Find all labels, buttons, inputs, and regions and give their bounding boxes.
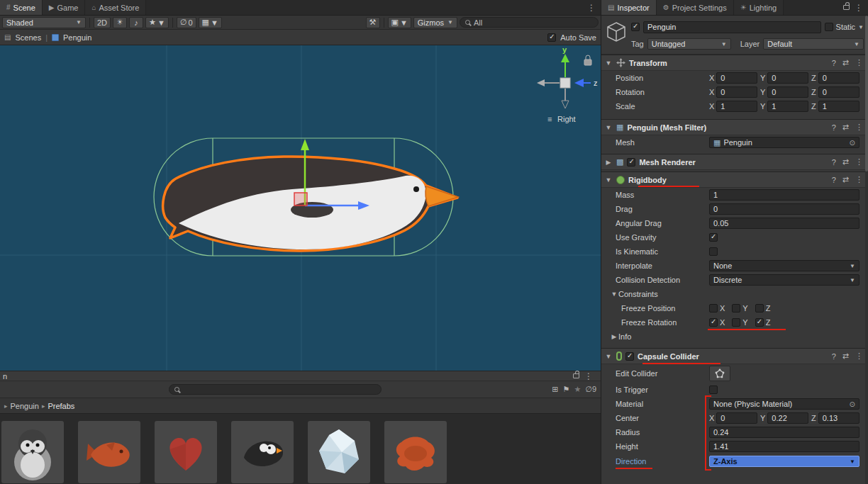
presets-icon[interactable]: ⇄ xyxy=(842,123,849,132)
use-gravity-checkbox[interactable] xyxy=(709,233,718,242)
info-foldout[interactable]: ▶ Info xyxy=(601,330,868,344)
inspector-lock-icon[interactable] xyxy=(843,5,850,10)
capsule-collider-header[interactable]: ▼ Capsule Collider ? ⇄ ⋮ xyxy=(601,349,868,364)
project-panel-menu-icon[interactable]: ⋮ xyxy=(579,371,598,381)
center-y-field[interactable]: 0.22 xyxy=(767,412,808,424)
tab-scene[interactable]: # Scene xyxy=(0,0,43,15)
freeze-position-z-checkbox[interactable] xyxy=(755,304,764,313)
position-y-field[interactable]: 0 xyxy=(767,72,808,84)
scene-lighting-toggle[interactable]: ☀ xyxy=(113,17,127,28)
asset-thumb-ice[interactable] xyxy=(308,421,370,483)
tab-inspector[interactable]: ▤ Inspector xyxy=(601,0,657,15)
is-trigger-checkbox[interactable] xyxy=(709,385,718,394)
edit-collider-button[interactable] xyxy=(709,366,730,381)
center-x-field[interactable]: 0 xyxy=(716,412,757,424)
asset-thumb-heart[interactable] xyxy=(155,421,217,483)
foldout-icon[interactable]: ▼ xyxy=(604,176,613,184)
tab-game[interactable]: ▶ Game xyxy=(43,0,86,15)
lock-icon[interactable] xyxy=(573,373,579,378)
orientation-gizmo[interactable]: y z ≡ Right xyxy=(537,45,598,123)
scene-panel-menu-icon[interactable]: ⋮ xyxy=(582,0,601,15)
static-dropdown[interactable]: Static ▼ xyxy=(825,23,864,31)
scale-x-field[interactable]: 1 xyxy=(716,101,757,112)
component-menu-icon[interactable]: ⋮ xyxy=(855,175,863,184)
scene-viewport[interactable]: y z ≡ Right xyxy=(0,45,601,371)
orientation-y-arrow[interactable] xyxy=(561,54,569,62)
orientation-z-arrow[interactable] xyxy=(574,79,584,87)
rotation-z-field[interactable]: 0 xyxy=(818,86,859,98)
collision-detection-dropdown[interactable]: Discrete▼ xyxy=(709,274,859,286)
breadcrumb-root[interactable]: Penguin xyxy=(11,402,39,410)
orientation-label[interactable]: Right xyxy=(557,115,576,123)
tab-lighting[interactable]: ☀ Lighting xyxy=(734,0,784,15)
help-icon[interactable]: ? xyxy=(832,59,836,67)
rotation-y-field[interactable]: 0 xyxy=(767,86,808,98)
shading-mode-dropdown[interactable]: Shaded▼ xyxy=(2,17,86,28)
asset-thumb-baby-penguin[interactable] xyxy=(1,421,64,483)
scale-z-field[interactable]: 1 xyxy=(818,101,859,112)
hidden-count-badge[interactable]: ∅9 xyxy=(585,385,596,394)
component-menu-icon[interactable]: ⋮ xyxy=(855,123,863,132)
height-field[interactable]: 1.41 xyxy=(709,441,859,452)
scale-y-field[interactable]: 1 xyxy=(767,101,808,112)
foldout-icon[interactable]: ▼ xyxy=(604,353,613,360)
layer-dropdown[interactable]: Default▼ xyxy=(763,38,864,50)
open-scene-name[interactable]: Penguin xyxy=(63,33,91,42)
gameobject-name-field[interactable]: Penguin xyxy=(643,21,821,33)
gizmos-dropdown[interactable]: Gizmos▼ xyxy=(413,17,457,28)
foldout-icon[interactable]: ▶ xyxy=(604,159,613,166)
object-picker-icon[interactable]: ⊙ xyxy=(850,400,855,408)
direction-dropdown[interactable]: Z-Axis▼ xyxy=(709,456,859,467)
center-z-field[interactable]: 0.13 xyxy=(818,412,859,424)
static-checkbox[interactable] xyxy=(825,23,833,31)
asset-thumb-fish-flat[interactable] xyxy=(384,421,447,483)
freeze-rotation-x-checkbox[interactable] xyxy=(709,318,718,327)
rigidbody-header[interactable]: ▼ Rigidbody ? ⇄ ⋮ xyxy=(601,172,868,188)
scene-canvas[interactable]: y z ≡ Right xyxy=(0,45,601,371)
position-x-field[interactable]: 0 xyxy=(716,72,757,84)
interpolate-dropdown[interactable]: None▼ xyxy=(709,260,859,271)
hidden-objects-button[interactable]: ∅0 xyxy=(177,17,196,28)
material-object-field[interactable]: None (Physic Material) ⊙ xyxy=(709,398,859,410)
help-icon[interactable]: ? xyxy=(832,176,836,184)
component-menu-icon[interactable]: ⋮ xyxy=(855,351,863,361)
scene-effects-dropdown[interactable]: ★▼ xyxy=(145,17,169,28)
drag-field[interactable]: 0 xyxy=(709,203,859,215)
freeze-rotation-y-checkbox[interactable] xyxy=(732,318,740,327)
breadcrumb-folder[interactable]: Prefabs xyxy=(48,402,74,410)
penguin-model[interactable] xyxy=(163,157,458,251)
project-search-input[interactable] xyxy=(169,384,382,395)
scene-audio-toggle[interactable]: ♪ xyxy=(129,17,143,28)
gizmo-plane-handle[interactable] xyxy=(294,193,307,206)
capsule-collider-enabled-checkbox[interactable] xyxy=(625,352,634,361)
constraints-foldout[interactable]: ▼ Constraints xyxy=(601,287,868,301)
camera-view-dropdown[interactable]: ▣▼ xyxy=(388,17,411,28)
component-menu-icon[interactable]: ⋮ xyxy=(855,58,863,67)
view-lock-icon[interactable] xyxy=(584,55,591,65)
inspector-scrollbar[interactable] xyxy=(865,16,868,484)
scenes-label[interactable]: Scenes xyxy=(15,33,41,42)
freeze-position-x-checkbox[interactable] xyxy=(709,304,718,313)
mesh-renderer-enabled-checkbox[interactable] xyxy=(627,158,635,167)
tag-dropdown[interactable]: Untagged▼ xyxy=(647,38,731,50)
grid-visibility-dropdown[interactable]: ▦▼ xyxy=(199,17,222,28)
mesh-renderer-header[interactable]: ▶ ▩ Mesh Renderer ? ⇄ ⋮ xyxy=(601,154,868,170)
object-picker-icon[interactable]: ⊙ xyxy=(850,139,855,147)
mass-field[interactable]: 1 xyxy=(709,189,859,201)
foldout-icon[interactable]: ▼ xyxy=(604,60,613,67)
help-icon[interactable]: ? xyxy=(832,123,836,132)
position-z-field[interactable]: 0 xyxy=(818,72,859,84)
freeze-rotation-z-checkbox[interactable] xyxy=(755,318,764,327)
search-by-type-button[interactable]: ⊞ xyxy=(552,385,558,394)
presets-icon[interactable]: ⇄ xyxy=(842,175,849,184)
presets-icon[interactable]: ⇄ xyxy=(842,157,849,167)
help-icon[interactable]: ? xyxy=(832,352,836,361)
asset-thumb-fish[interactable] xyxy=(78,421,140,483)
2d-toggle-button[interactable]: 2D xyxy=(94,17,111,28)
freeze-position-y-checkbox[interactable] xyxy=(732,304,740,313)
tab-asset-store[interactable]: ⌂ Asset Store xyxy=(85,0,146,15)
orientation-menu-icon[interactable]: ≡ xyxy=(547,115,552,123)
favorites-star-icon[interactable]: ★ xyxy=(574,385,581,394)
editor-tools-button[interactable]: ⚒ xyxy=(366,17,380,28)
help-icon[interactable]: ? xyxy=(832,158,836,167)
